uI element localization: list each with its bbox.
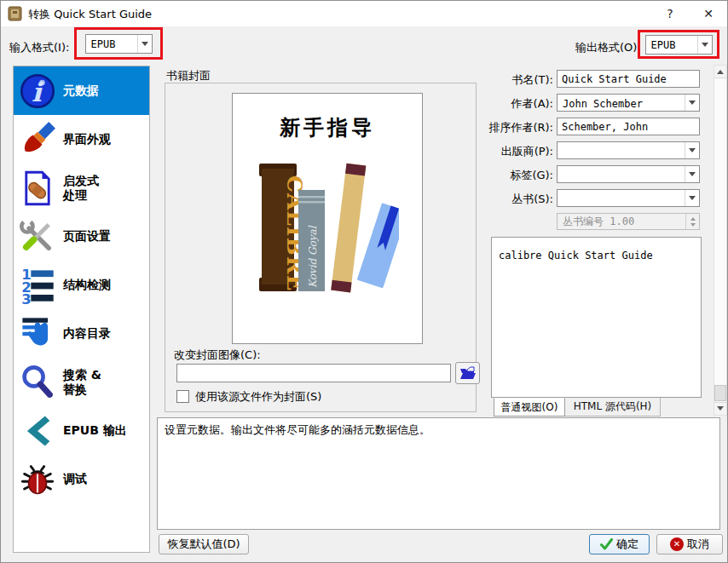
ok-button[interactable]: 确定 [589, 534, 650, 554]
sidebar-item-label: 结构检测 [63, 278, 111, 291]
info-icon: i [17, 71, 58, 112]
heuristics-document-icon [17, 168, 58, 209]
sidebar-item-label: 启发式 处理 [63, 174, 99, 201]
tags-label: 标签(G): [464, 168, 553, 183]
output-format-highlight-box: EPUB [638, 30, 719, 59]
tab-normal-view[interactable]: 普通视图(O) [494, 398, 565, 417]
cancel-x-icon: ✕ [670, 537, 684, 551]
sidebar-item-heuristic-processing[interactable]: 启发式 处理 [14, 164, 149, 212]
series-select[interactable] [557, 189, 700, 207]
chevron-down-icon [685, 95, 699, 111]
author-value: John Schember [558, 95, 685, 111]
restore-defaults-label: 恢复默认值(D) [167, 537, 240, 552]
numbered-list-icon: 1 2 3 [17, 265, 58, 306]
scroll-down-icon[interactable] [714, 402, 726, 415]
sidebar-item-search-replace[interactable]: 搜索 & 替换 [14, 358, 149, 406]
series-index-text: 丛书编号 1.00 [558, 215, 685, 229]
output-format-label: 输出格式(O): [575, 40, 641, 55]
chevron-down-icon [685, 166, 699, 182]
input-format-highlight-box: EPUB [74, 27, 163, 60]
tab-html-source[interactable]: HTML 源代码(H) [565, 398, 661, 417]
convert-book-icon [8, 6, 22, 21]
restore-defaults-button[interactable]: 恢复默认值(D) [159, 534, 249, 554]
sidebar-item-label: 界面外观 [63, 132, 111, 146]
output-format-value: EPUB [646, 36, 697, 54]
publisher-select[interactable] [557, 141, 700, 159]
browse-cover-button[interactable] [455, 362, 480, 384]
sidebar-item-label: 调试 [63, 472, 87, 485]
change-cover-label: 改变封面图像(C): [174, 348, 261, 363]
sidebar-item-label: 搜索 & 替换 [63, 368, 101, 395]
sidebar-item-label: 元数据 [63, 83, 99, 97]
chevron-down-icon [685, 142, 699, 158]
close-button[interactable]: ✕ [697, 3, 719, 24]
cover-path-input[interactable] [176, 364, 451, 382]
use-source-as-cover-label: 使用该源文件作为封面(S) [195, 389, 321, 405]
author-sort-label: 排序作者(R): [464, 120, 553, 135]
input-format-value: EPUB [86, 35, 137, 53]
series-value [558, 190, 685, 206]
sidebar-item-label: 页面设置 [63, 229, 111, 243]
chevron-left-icon [17, 411, 58, 451]
sidebar-item-label: 内容目录 [63, 326, 111, 340]
check-icon [600, 538, 613, 550]
ok-label: 确定 [616, 537, 638, 552]
window-title: 转换 Quick Start Guide [28, 7, 152, 22]
book-cover-group-title: 书籍封面 [166, 68, 211, 83]
author-sort-input[interactable] [557, 118, 700, 135]
author-label: 作者(A): [464, 96, 553, 112]
cancel-label: 取消 [687, 537, 709, 552]
series-index-spinner: 丛书编号 1.00 [557, 213, 700, 230]
search-icon [17, 362, 58, 403]
open-folder-icon [459, 366, 477, 380]
calibre-books-logo: CALIBRE Kovid Goyal [258, 162, 399, 298]
book-title-input[interactable] [557, 70, 700, 88]
input-format-select[interactable]: EPUB [85, 34, 153, 54]
help-button[interactable]: ? [659, 3, 681, 24]
sidebar-item-label: EPUB 输出 [63, 423, 127, 437]
sidebar-item-table-of-contents[interactable]: 内容目录 [14, 309, 149, 358]
output-format-select[interactable]: EPUB [645, 35, 713, 55]
sidebar-item-epub-output[interactable]: EPUB 输出 [14, 406, 149, 455]
metadata-scrollbar[interactable] [714, 65, 727, 416]
publisher-label: 出版商(P): [464, 144, 553, 159]
toc-hand-icon [17, 313, 58, 354]
chevron-down-icon [137, 35, 152, 53]
scroll-up-icon[interactable] [714, 66, 726, 78]
series-label: 丛书(S): [464, 192, 553, 207]
conversion-sections-list: i 元数据 界面外观 [13, 66, 150, 553]
sidebar-item-debug[interactable]: 调试 [14, 455, 149, 503]
cover-preview: 新手指导 CALIBRE Kovid Goyal [232, 93, 423, 344]
author-select[interactable]: John Schember [557, 94, 700, 112]
tags-value [558, 166, 685, 182]
spinner-arrows-icon[interactable] [685, 214, 699, 229]
section-description: 设置元数据。输出文件将尽可能多的涵括元数据信息。 [157, 417, 720, 530]
paintbrush-icon [17, 119, 58, 160]
input-format-label: 输入格式(I): [9, 40, 69, 55]
comments-textarea[interactable]: calibre Quick Start Guide [491, 237, 702, 398]
convert-dialog: 转换 Quick Start Guide ? ✕ 输入格式(I): EPUB 输… [0, 0, 728, 563]
sidebar-item-look-and-feel[interactable]: 界面外观 [14, 115, 149, 164]
sidebar-item-structure-detection[interactable]: 1 2 3 结构检测 [14, 261, 149, 309]
tags-select[interactable] [557, 165, 700, 183]
use-source-as-cover-checkbox[interactable] [176, 390, 189, 403]
svg-text:Kovid Goyal: Kovid Goyal [307, 225, 319, 288]
sidebar-item-page-setup[interactable]: 页面设置 [14, 212, 149, 261]
publisher-value [558, 142, 685, 158]
cancel-button[interactable]: ✕ 取消 [656, 534, 723, 554]
cover-title-text: 新手指导 [233, 114, 422, 141]
chevron-down-icon [697, 36, 712, 54]
sidebar-item-metadata[interactable]: i 元数据 [14, 66, 149, 115]
book-title-label: 书名(T): [464, 72, 553, 88]
chevron-down-icon [685, 190, 699, 206]
titlebar: 转换 Quick Start Guide ? ✕ [1, 1, 727, 26]
scrollbar-thumb[interactable] [714, 385, 726, 401]
svg-text:3: 3 [21, 291, 31, 304]
bug-icon [17, 459, 58, 500]
tools-icon [17, 216, 58, 257]
